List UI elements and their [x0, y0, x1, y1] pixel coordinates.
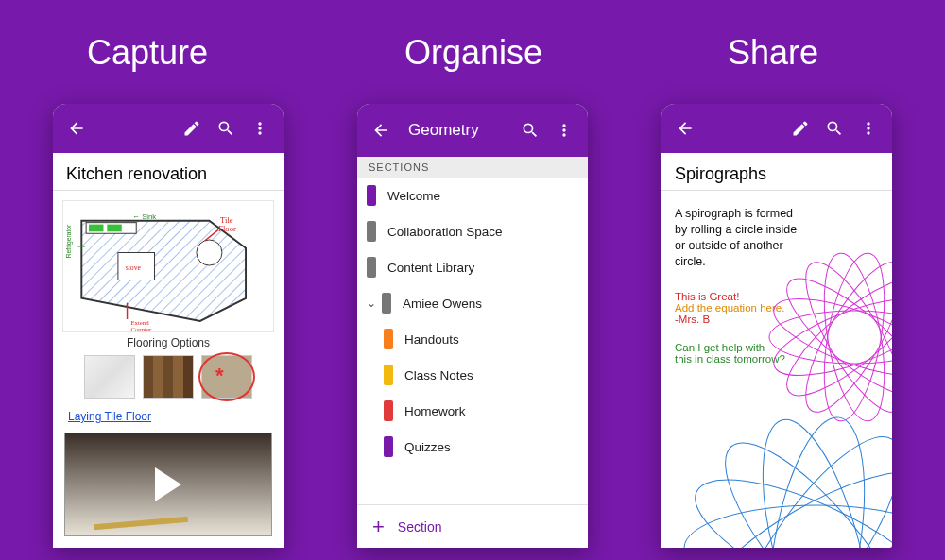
floor-plan-sketch: Tile Floor Refrigerator ← Sink stove Ext…	[62, 200, 274, 332]
section-color-chip	[367, 257, 376, 278]
svg-point-23	[684, 505, 892, 548]
svg-point-25	[699, 419, 892, 548]
svg-point-18	[814, 249, 892, 426]
svg-point-27	[751, 410, 881, 548]
section-color-chip	[367, 221, 376, 242]
back-button[interactable]	[62, 114, 91, 143]
svg-text:stove: stove	[126, 263, 142, 272]
swatch-wood[interactable]	[143, 355, 194, 399]
search-icon[interactable]	[516, 116, 544, 144]
app-bar: Geometry	[357, 104, 588, 157]
back-button[interactable]	[367, 116, 395, 144]
section-item[interactable]: Collaboration Space	[357, 213, 588, 249]
spirograph-description: A spirograph is formed by rolling a circ…	[675, 206, 798, 270]
svg-point-20	[789, 250, 892, 424]
swatch-tile[interactable]: *	[201, 355, 252, 399]
draw-icon[interactable]	[178, 114, 206, 143]
spirograph-magenta	[760, 243, 892, 432]
svg-rect-4	[107, 225, 121, 232]
svg-text:Tile: Tile	[220, 215, 233, 225]
spirograph-blue	[675, 406, 892, 548]
add-section-label: Section	[398, 519, 442, 535]
section-color-chip	[384, 329, 393, 349]
phone-share: Spirographs A spirograph is formed by ro…	[662, 104, 892, 548]
feature-label-share: Share	[728, 33, 818, 73]
plus-icon: +	[372, 517, 385, 537]
section-color-chip	[382, 293, 391, 314]
svg-marker-1	[81, 221, 246, 321]
app-bar	[53, 104, 284, 153]
svg-rect-3	[89, 225, 103, 232]
section-label: Quizzes	[404, 440, 451, 454]
subsection-item[interactable]: Class Notes	[357, 357, 588, 393]
flooring-header: Flooring Options	[53, 336, 284, 349]
phone-capture: Kitchen renovation Tile Floor Refrigerat…	[53, 104, 284, 548]
section-item[interactable]: Content Library	[357, 249, 588, 285]
svg-point-21	[772, 263, 892, 413]
section-label: Content Library	[387, 261, 474, 275]
video-thumbnail[interactable]	[64, 433, 272, 536]
svg-text:Counter: Counter	[130, 326, 151, 331]
section-color-chip	[384, 436, 393, 457]
section-label: Homework	[404, 404, 466, 418]
back-button[interactable]	[671, 114, 699, 143]
section-color-chip	[384, 400, 393, 421]
page-title: Spirographs	[662, 153, 892, 191]
section-item-expanded[interactable]: ⌄ Amiee Owens	[357, 285, 588, 321]
play-icon	[155, 467, 181, 501]
svg-text:Floor: Floor	[218, 224, 236, 233]
section-label: Welcome	[387, 189, 440, 203]
app-bar	[662, 104, 892, 153]
chevron-down-icon: ⌄	[367, 297, 380, 310]
feature-label-organise: Organise	[404, 33, 542, 73]
teacher-comment: This is Great! Add the equation here. -M…	[675, 291, 816, 325]
sections-header: SECTIONS	[357, 157, 588, 178]
tile-link[interactable]: Laying Tile Floor	[53, 410, 151, 423]
swatch-marble[interactable]	[84, 355, 135, 399]
notebook-title: Geometry	[401, 121, 510, 140]
page-title: Kitchen renovation	[53, 153, 284, 191]
phone-organise: Geometry SECTIONS Welcome Collaboration …	[357, 104, 588, 548]
svg-point-6	[197, 240, 222, 265]
svg-text:Refrigerator: Refrigerator	[65, 224, 73, 258]
flooring-swatches: *	[53, 355, 284, 399]
section-color-chip	[367, 185, 376, 206]
student-comment: Can I get help with this in class tomorr…	[675, 342, 816, 365]
subsection-item[interactable]: Homework	[357, 393, 588, 429]
svg-text:← Sink: ← Sink	[132, 212, 156, 221]
svg-point-26	[741, 409, 891, 548]
svg-point-29	[680, 445, 892, 548]
search-icon[interactable]	[820, 114, 849, 143]
add-section-button[interactable]: + Section	[357, 504, 588, 548]
svg-point-24	[679, 453, 892, 548]
feature-label-capture: Capture	[87, 33, 208, 73]
svg-point-17	[789, 250, 892, 424]
section-label: Class Notes	[404, 368, 473, 382]
svg-point-19	[814, 249, 892, 426]
section-label: Amiee Owens	[403, 297, 482, 311]
draw-icon[interactable]	[786, 114, 815, 143]
subsection-item[interactable]: Quizzes	[357, 429, 588, 465]
section-item[interactable]: Welcome	[357, 178, 588, 213]
section-color-chip	[384, 365, 393, 385]
section-label: Handouts	[404, 332, 459, 347]
section-label: Collaboration Space	[387, 225, 503, 239]
more-icon[interactable]	[550, 116, 578, 144]
svg-point-16	[772, 263, 892, 413]
svg-point-28	[706, 416, 892, 548]
subsection-item[interactable]: Handouts	[357, 321, 588, 357]
search-icon[interactable]	[212, 114, 240, 143]
more-icon[interactable]	[246, 114, 274, 143]
more-icon[interactable]	[854, 114, 883, 143]
